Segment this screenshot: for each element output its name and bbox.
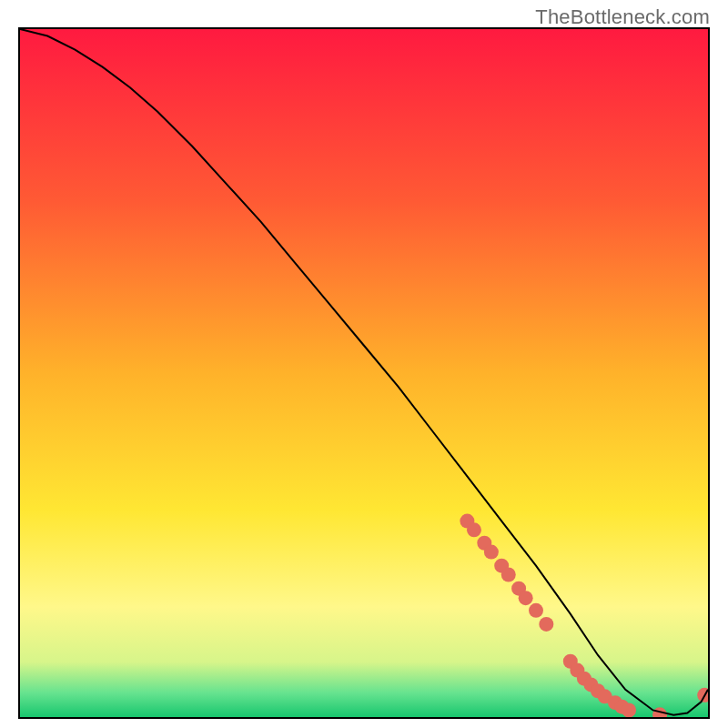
plot-area [18, 27, 710, 719]
bottleneck-curve [20, 29, 708, 715]
marker-dot [539, 617, 553, 632]
marker-dot [622, 703, 636, 717]
marker-dot [467, 522, 481, 537]
chart-container: TheBottleneck.com [0, 0, 728, 728]
marker-dots [460, 514, 708, 717]
curve-layer [20, 29, 708, 717]
marker-dot [529, 603, 543, 618]
watermark-text: TheBottleneck.com [535, 5, 710, 29]
marker-dot [519, 591, 533, 605]
marker-dot [501, 568, 516, 582]
marker-dot [484, 545, 499, 560]
